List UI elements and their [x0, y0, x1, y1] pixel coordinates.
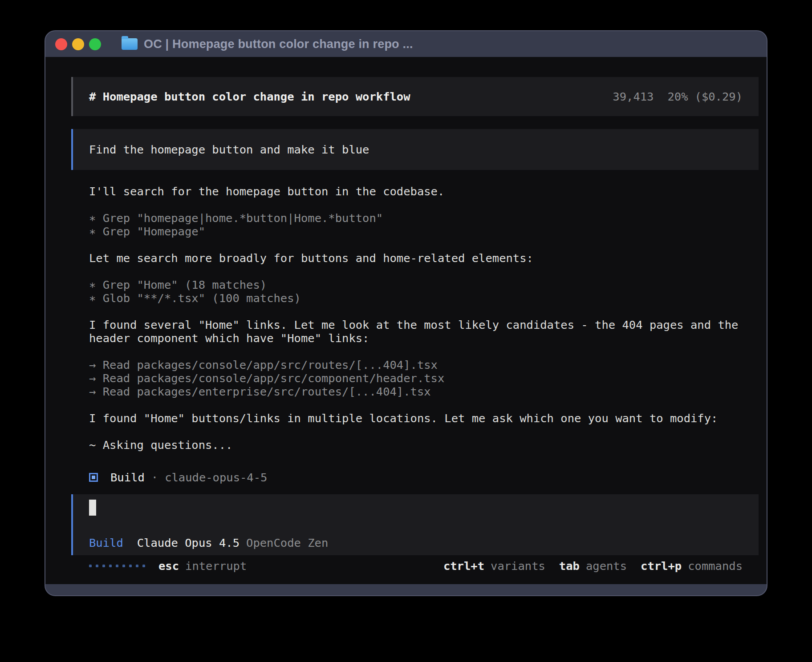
- shortcut-key: tab: [559, 559, 580, 573]
- blank-line: [71, 398, 759, 412]
- spinner-dot: [89, 565, 92, 567]
- terminal-content: # Homepage button color change in repo w…: [45, 57, 767, 584]
- footer-shortcuts: ctrl+tvariantstabagentsctrl+pcommands: [443, 559, 743, 573]
- shortcut-key: ctrl+t: [443, 559, 484, 573]
- text-cursor: [89, 500, 96, 516]
- shortcut-hint: ctrl+pcommands: [641, 559, 743, 573]
- assistant-text-line: I found "Home" buttons/links in multiple…: [71, 412, 759, 425]
- tool-call-line: ∗ Glob "**/*.tsx" (100 matches): [71, 291, 759, 305]
- status-footer: esc interrupt ctrl+tvariantstabagentsctr…: [71, 559, 759, 573]
- shortcut-label: agents: [586, 559, 627, 573]
- spinner-dot: [129, 565, 132, 567]
- agent-separator: ·: [151, 471, 158, 484]
- context-percent: 20%: [667, 90, 688, 103]
- assistant-text-line: I found several "Home" links. Let me loo…: [71, 318, 759, 331]
- spinner-dot: [122, 565, 125, 567]
- shortcut-hint: ctrl+tvariants: [443, 559, 545, 573]
- session-header: # Homepage button color change in repo w…: [71, 77, 759, 116]
- window-titlebar[interactable]: OC | Homepage button color change in rep…: [45, 31, 767, 57]
- input-model-label[interactable]: Claude Opus 4.5: [137, 536, 240, 549]
- tool-call-line: ∗ Grep "Home" (18 matches): [71, 278, 759, 291]
- blank-line: [71, 305, 759, 318]
- input-provider-label: OpenCode Zen: [246, 536, 328, 549]
- tool-call-line: ∗ Grep "homepage|home.*button|Home.*butt…: [71, 211, 759, 225]
- spinner-dot: [116, 565, 118, 567]
- blank-line: [71, 345, 759, 358]
- session-cost: ($0.29): [695, 90, 743, 103]
- minimize-button[interactable]: [72, 38, 84, 50]
- assistant-text-line: header component which have "Home" links…: [71, 331, 759, 345]
- input-status-row: Build Claude Opus 4.5 OpenCode Zen: [89, 536, 328, 549]
- input-agent-badge[interactable]: Build: [89, 536, 123, 549]
- window-title: OC | Homepage button color change in rep…: [144, 37, 413, 51]
- agent-square-icon: [89, 473, 98, 482]
- tool-call-line: → Read packages/console/app/src/componen…: [71, 371, 759, 385]
- token-count: 39,413: [613, 90, 654, 103]
- shortcut-hint: tabagents: [559, 559, 627, 573]
- agent-model: claude-opus-4-5: [165, 471, 267, 484]
- session-stats: 39,413 20% ($0.29): [613, 90, 743, 103]
- traffic-lights: [55, 38, 101, 50]
- close-button[interactable]: [55, 38, 67, 50]
- esc-key-label: interrupt: [185, 559, 247, 573]
- tool-call-line: ∗ Grep "Homepage": [71, 225, 759, 238]
- spinner-dot: [109, 565, 112, 567]
- tool-call-line: → Read packages/enterprise/src/routes/[.…: [71, 385, 759, 398]
- user-message: Find the homepage button and make it blu…: [71, 129, 759, 170]
- content-column: # Homepage button color change in repo w…: [71, 57, 759, 584]
- terminal-window: OC | Homepage button color change in rep…: [45, 30, 767, 596]
- spinner-dot: [136, 565, 138, 567]
- blank-line: [71, 425, 759, 438]
- assistant-text-line: Let me search more broadly for buttons a…: [71, 251, 759, 265]
- spinner-dot: [96, 565, 98, 567]
- folder-icon: [122, 38, 138, 50]
- blank-line: [71, 198, 759, 211]
- assistant-text-line: ~ Asking questions...: [71, 438, 759, 452]
- tool-call-line: → Read packages/console/app/src/routes/[…: [71, 358, 759, 371]
- prompt-input[interactable]: Build Claude Opus 4.5 OpenCode Zen: [71, 494, 759, 555]
- shortcut-label: commands: [688, 559, 743, 573]
- footer-left: esc interrupt: [89, 559, 247, 573]
- spinner-dot: [102, 565, 105, 567]
- zoom-button[interactable]: [89, 38, 101, 50]
- agent-name: Build: [110, 471, 145, 484]
- esc-key-hint: esc: [158, 559, 179, 573]
- spinner-dot: [142, 565, 145, 567]
- shortcut-key: ctrl+p: [641, 559, 682, 573]
- session-title: # Homepage button color change in repo w…: [89, 90, 410, 103]
- blank-line: [71, 238, 759, 251]
- spinner-dots: [89, 565, 145, 567]
- conversation: I'll search for the homepage button in t…: [71, 185, 759, 452]
- agent-square-icon-fill: [92, 476, 95, 479]
- agent-status-row: Build · claude-opus-4-5: [71, 471, 267, 484]
- assistant-text-line: I'll search for the homepage button in t…: [71, 185, 759, 198]
- user-message-text: Find the homepage button and make it blu…: [89, 143, 369, 156]
- shortcut-label: variants: [491, 559, 545, 573]
- blank-line: [71, 265, 759, 278]
